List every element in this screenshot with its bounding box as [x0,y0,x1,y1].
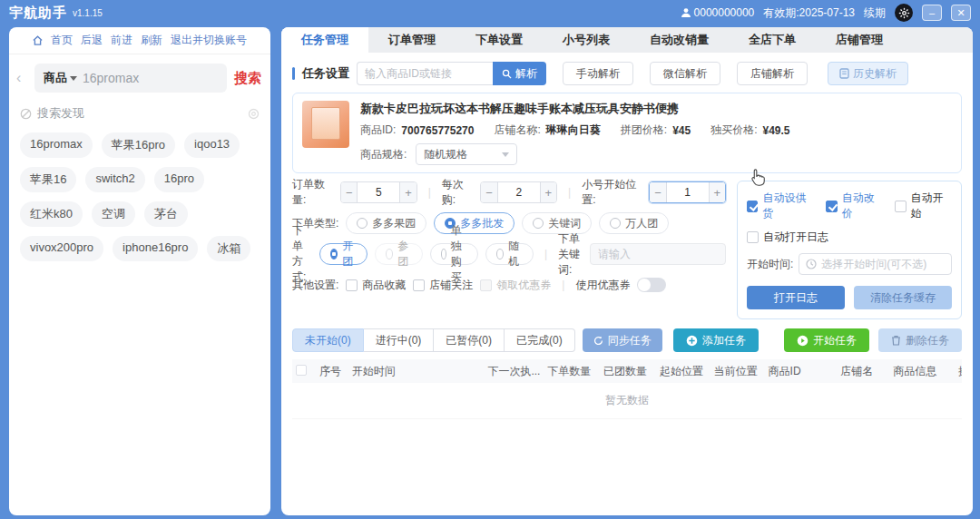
minus-button[interactable]: − [481,182,497,202]
tab-shop-manage[interactable]: 店铺管理 [816,27,903,53]
divider: | [541,248,551,260]
tag-item[interactable]: 红米k80 [20,201,83,227]
status-tab-finished[interactable]: 已完成(0) [505,328,575,352]
nav-home[interactable]: 首页 [51,33,73,48]
plus-button[interactable]: + [399,182,416,202]
search-box[interactable]: 商品 [34,64,227,93]
start-pos-input[interactable] [667,182,709,202]
tab-order-settings[interactable]: 下单设置 [456,27,543,53]
tag-item[interactable]: 苹果16pro [102,132,175,158]
empty-state: 暂无数据 [292,383,962,419]
search-category-dropdown[interactable]: 商品 [44,70,77,86]
history-parse-label: 历史解析 [853,66,897,82]
sync-tasks-button[interactable]: 同步任务 [583,328,662,352]
auto-reprice-checkbox[interactable]: 自动改价 [826,191,883,221]
clear-cache-button[interactable]: 清除任务缓存 [854,286,952,309]
spec-select[interactable]: 随机规格 [416,143,517,165]
checkbox-icon [296,365,307,376]
chevron-down-icon [70,76,77,81]
tab-alt-accounts[interactable]: 小号列表 [543,27,630,53]
add-task-button[interactable]: 添加任务 [673,328,759,352]
status-tab-paused[interactable]: 已暂停(0) [434,328,505,352]
account-number: 0000000000 [694,6,755,19]
plus-button[interactable]: + [709,182,725,202]
option-label: 自动设供货 [762,191,814,221]
tag-item[interactable]: vivox200pro [20,236,103,261]
validity-text: 有效期:2025-07-13 [763,5,855,21]
start-task-label: 开始任务 [813,333,857,348]
divider: | [564,186,574,199]
method-single-buy[interactable]: 单独购买 [430,243,478,265]
col-start-time: 开始时间 [348,364,485,379]
status-tab-not-started[interactable]: 未开始(0) [292,328,364,352]
order-type-group10k[interactable]: 万人团 [599,212,669,234]
group-price-value: ¥45 [672,124,691,137]
sidebar-nav: 首页 后退 前进 刷新 退出并切换账号 [9,27,270,54]
order-type-wholesale[interactable]: 多多批发 [434,212,514,234]
tag-item[interactable]: iqoo13 [184,132,240,158]
chevron-left-icon[interactable]: ‹ [16,70,27,86]
favorite-product-checkbox[interactable]: 商品收藏 [346,278,406,293]
select-all-checkbox[interactable] [292,365,316,378]
history-parse-button[interactable]: 历史解析 [828,62,908,85]
sync-icon [593,336,603,346]
tag-item[interactable]: 16pro [154,167,204,192]
auto-supply-checkbox[interactable]: 自动设供货 [747,191,814,221]
keyword-input[interactable] [590,243,726,265]
tab-task-manage[interactable]: 任务管理 [281,27,368,53]
minimize-button[interactable]: – [922,5,942,21]
tag-item[interactable]: 苹果16 [20,167,76,192]
renew-link[interactable]: 续期 [864,5,886,21]
per-buy-input[interactable] [498,182,540,202]
tag-item[interactable]: 冰箱 [207,236,250,261]
start-time-input[interactable]: 选择开始时间(可不选) [799,253,952,275]
nav-refresh[interactable]: 刷新 [141,33,162,48]
parse-button[interactable]: 解析 [493,62,546,85]
tag-item[interactable]: 茅台 [144,201,188,227]
tag-item[interactable]: 16promax [20,132,93,158]
shop-parse-button[interactable]: 店铺解析 [737,62,808,85]
refresh-discover-icon[interactable] [248,108,260,120]
open-log-button[interactable]: 打开日志 [747,286,845,309]
method-join-group[interactable]: 参团 [375,243,423,265]
auto-open-log-checkbox[interactable]: 自动打开日志 [747,230,828,245]
manual-parse-button[interactable]: 手动解析 [563,62,633,85]
tag-item[interactable]: 空调 [92,201,135,227]
option-label: 自动改价 [842,191,883,221]
sync-label: 同步任务 [608,333,652,348]
auto-start-checkbox[interactable]: 自动开始 [895,191,952,221]
search-input[interactable] [83,71,182,85]
method-open-group[interactable]: 开团 [319,243,368,265]
use-coupon-toggle[interactable] [637,278,666,292]
nav-forward[interactable]: 前进 [111,33,132,48]
plus-button[interactable]: + [540,182,556,202]
checkbox-icon [895,201,906,212]
main-panel: 任务管理 订单管理 下单设置 小号列表 自动改销量 全店下单 店铺管理 任务设置… [281,27,973,515]
claim-coupon-checkbox[interactable]: 领取优惠券 [480,278,551,293]
status-tab-running[interactable]: 进行中(0) [364,328,435,352]
tab-auto-sales[interactable]: 自动改销量 [630,27,729,53]
start-task-button[interactable]: 开始任务 [784,328,869,352]
order-qty-input[interactable] [358,182,399,202]
tag-item[interactable]: iphone16pro [113,236,198,261]
nav-back[interactable]: 后退 [81,33,103,48]
start-time-placeholder: 选择开始时间(可不选) [821,257,926,272]
tag-item[interactable]: switch2 [85,167,144,192]
order-type-orchard[interactable]: 多多果园 [346,212,426,234]
follow-shop-checkbox[interactable]: 店铺关注 [413,278,473,293]
minus-button[interactable]: − [650,182,666,202]
tab-whole-store[interactable]: 全店下单 [729,27,816,53]
app-version: v1.1.15 [73,8,103,18]
product-id-input[interactable] [357,62,493,85]
search-button[interactable]: 搜索 [234,70,261,87]
col-current-pos: 当前位置 [710,364,765,379]
nav-logout[interactable]: 退出并切换账号 [171,33,247,48]
delete-task-button[interactable]: 删除任务 [878,328,962,352]
wechat-parse-button[interactable]: 微信解析 [650,62,720,85]
close-button[interactable]: ✕ [951,5,971,21]
use-coupon-label: 使用优惠券 [575,278,630,293]
tab-order-manage[interactable]: 订单管理 [368,27,456,53]
method-random[interactable]: 随机 [485,243,534,265]
settings-button[interactable] [895,4,913,22]
minus-button[interactable]: − [341,182,358,202]
